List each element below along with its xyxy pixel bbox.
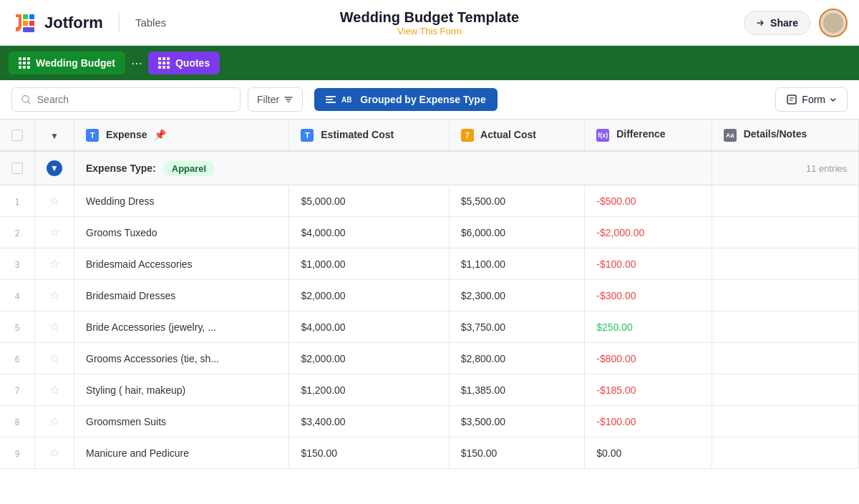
row-difference-cell: $0.00 (585, 437, 712, 469)
row-expense-cell: Grooms Accessories (tie, sh... (74, 343, 289, 374)
star-icon[interactable]: ☆ (49, 226, 59, 238)
row-star-cell[interactable]: ☆ (35, 374, 74, 406)
expense-type-icon: T (86, 129, 99, 142)
row-actual-cell: $6,000.00 (449, 217, 585, 248)
row-number: 9 (15, 449, 20, 459)
group-by-button[interactable]: AB Grouped by Expense Type (314, 88, 498, 111)
svg-rect-3 (23, 21, 28, 26)
row-star-cell[interactable]: ☆ (35, 217, 74, 248)
row-notes-cell (712, 343, 858, 374)
row-expense-cell: Manicure and Pedicure (74, 437, 289, 469)
th-details-notes: Aa Details/Notes (712, 120, 858, 151)
table-row: 3 ☆ Bridesmaid Accessories $1,000.00 $1,… (0, 248, 859, 280)
row-difference-cell: -$2,000.00 (585, 217, 712, 248)
search-input[interactable] (37, 94, 231, 105)
difference-type-icon: f(x) (596, 129, 609, 142)
th-expand[interactable]: ▼ (35, 120, 74, 151)
row-actual-cell: $5,500.00 (449, 185, 585, 217)
row-star-cell[interactable]: ☆ (35, 185, 74, 217)
row-notes-cell (712, 437, 858, 469)
star-icon[interactable]: ☆ (49, 384, 59, 396)
row-number: 5 (15, 323, 20, 333)
logo-divider (119, 13, 120, 33)
star-icon[interactable]: ☆ (49, 447, 59, 459)
share-button[interactable]: Share (744, 11, 810, 35)
row-number: 8 (15, 417, 20, 427)
row-difference-cell: -$185.00 (585, 374, 712, 406)
table-row: 6 ☆ Grooms Accessories (tie, sh... $2,00… (0, 343, 859, 374)
tables-label: Tables (135, 16, 166, 29)
row-expense-cell: Styling ( hair, makeup) (74, 374, 289, 406)
th-checkbox[interactable] (0, 120, 35, 151)
chevron-down-icon: ▼ (50, 131, 59, 141)
row-star-cell[interactable]: ☆ (35, 437, 74, 469)
row-star-cell[interactable]: ☆ (35, 280, 74, 311)
tab-options-icon[interactable]: ⋯ (128, 57, 145, 70)
tab-wedding-budget[interactable]: Wedding Budget (9, 52, 125, 74)
group-label: Expense Type: Apparel (86, 161, 700, 176)
row-num-cell: 6 (0, 343, 35, 374)
th-actual-cost: 7 Actual Cost (449, 120, 585, 151)
group-ab-icon: AB (341, 94, 354, 105)
star-icon[interactable]: ☆ (49, 289, 59, 301)
table-row: 4 ☆ Bridesmaid Dresses $2,000.00 $2,300.… (0, 280, 859, 311)
grid-icon (19, 57, 30, 69)
svg-rect-8 (787, 95, 796, 104)
row-notes-cell (712, 374, 858, 406)
table-row: 8 ☆ Groomsmen Suits $3,400.00 $3,500.00 … (0, 406, 859, 437)
table-row: 1 ☆ Wedding Dress $5,000.00 $5,500.00 -$… (0, 185, 859, 217)
jotform-logo-icon (11, 10, 37, 36)
form-button[interactable]: Form (775, 87, 848, 112)
row-number: 4 (15, 291, 20, 301)
row-num-cell: 8 (0, 406, 35, 437)
tab-quotes[interactable]: Quotes (148, 52, 220, 74)
group-checkbox-cell[interactable] (0, 151, 35, 185)
row-actual-cell: $150.00 (449, 437, 585, 469)
app-header: Jotform Tables Wedding Budget Template V… (0, 0, 859, 46)
row-num-cell: 9 (0, 437, 35, 469)
search-icon (21, 94, 31, 105)
row-estimated-cell: $1,000.00 (289, 248, 449, 280)
star-icon[interactable]: ☆ (49, 258, 59, 270)
star-icon[interactable]: ☆ (49, 415, 59, 427)
th-estimated-cost: T Estimated Cost (289, 120, 449, 151)
row-difference-cell: -$100.00 (585, 406, 712, 437)
form-icon (786, 94, 797, 105)
row-star-cell[interactable]: ☆ (35, 311, 74, 343)
row-notes-cell (712, 280, 858, 311)
estimated-cost-type-icon: T (301, 129, 314, 142)
row-estimated-cell: $5,000.00 (289, 185, 449, 217)
row-notes-cell (712, 248, 858, 280)
table-header-row: ▼ T Expense 📌 T Estimated Cost 7 Actual … (0, 120, 859, 151)
group-icon (326, 96, 336, 103)
group-chevron-cell[interactable]: ▼ (35, 151, 74, 185)
group-collapse-button[interactable]: ▼ (47, 160, 62, 176)
header-actions: Share (690, 9, 848, 37)
star-icon[interactable]: ☆ (49, 195, 59, 207)
star-icon[interactable]: ☆ (49, 321, 59, 333)
star-icon[interactable]: ☆ (49, 352, 59, 364)
row-star-cell[interactable]: ☆ (35, 343, 74, 374)
row-expense-cell: Grooms Tuxedo (74, 217, 289, 248)
page-title: Wedding Budget Template (340, 9, 519, 26)
row-actual-cell: $3,750.00 (449, 311, 585, 343)
view-form-link[interactable]: View This Form (397, 26, 462, 37)
row-estimated-cell: $4,000.00 (289, 217, 449, 248)
row-notes-cell (712, 406, 858, 437)
row-num-cell: 7 (0, 374, 35, 406)
row-star-cell[interactable]: ☆ (35, 248, 74, 280)
search-box[interactable] (11, 87, 241, 112)
row-estimated-cell: $4,000.00 (289, 311, 449, 343)
row-star-cell[interactable]: ☆ (35, 406, 74, 437)
select-all-checkbox[interactable] (11, 130, 23, 141)
row-expense-cell: Bridesmaid Accessories (74, 248, 289, 280)
avatar[interactable] (819, 9, 848, 37)
group-checkbox[interactable] (11, 163, 23, 174)
row-difference-cell: $250.00 (585, 311, 712, 343)
table-row: 2 ☆ Grooms Tuxedo $4,000.00 $6,000.00 -$… (0, 217, 859, 248)
row-num-cell: 5 (0, 311, 35, 343)
row-number: 3 (15, 260, 20, 270)
th-expense: T Expense 📌 (74, 120, 289, 151)
group-label-cell: Expense Type: Apparel (74, 151, 712, 185)
filter-button[interactable]: Filter (248, 87, 303, 112)
